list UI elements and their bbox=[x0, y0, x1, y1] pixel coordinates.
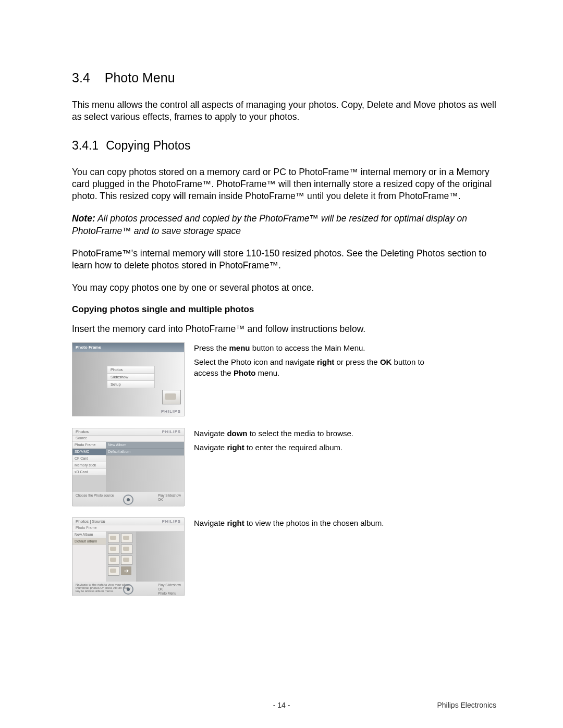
screenshot-main-menu: Photo Frame Photos Slideshow Setup PHILI… bbox=[72, 342, 185, 416]
bold-subheading: Copying photos single and multiple photo… bbox=[72, 304, 496, 315]
ui-source-item: CF Card bbox=[72, 455, 106, 462]
ui-sub: Photo Frame bbox=[72, 525, 184, 532]
section-number: 3.4 bbox=[72, 70, 90, 85]
screenshot-source-select: Photos PHILIPS Source Photo Frame SD/MMC… bbox=[72, 428, 185, 506]
subsection-number: 3.4.1 bbox=[72, 139, 99, 153]
photo-thumb-icon bbox=[108, 545, 119, 554]
brand-label: PHILIPS bbox=[162, 519, 181, 524]
photo-thumb-icon bbox=[108, 556, 119, 565]
ui-top: Photos | Source bbox=[76, 519, 105, 524]
step-3-text: Navigate right to view the photos in the… bbox=[194, 517, 434, 528]
ui-menu-item: Photos bbox=[107, 366, 155, 373]
arrow-right-icon: ➔ bbox=[121, 566, 131, 575]
section-heading: 3.4Photo Menu bbox=[72, 70, 496, 85]
ui-thumbnails: ➔ bbox=[106, 532, 136, 582]
brand-label: PHILIPS bbox=[162, 429, 181, 434]
ui-menu-item: Setup bbox=[107, 380, 155, 388]
note-label: Note: bbox=[72, 213, 95, 224]
ui-top: Photos bbox=[76, 429, 89, 434]
dpad-icon bbox=[123, 495, 133, 505]
steps-list: Photo Frame Photos Slideshow Setup PHILI… bbox=[72, 342, 496, 596]
ui-foot-right-1: Play Slideshow bbox=[158, 493, 181, 498]
screenshot-album-thumbs: Photos | Source PHILIPS Photo Frame New … bbox=[72, 517, 185, 596]
ui-menu-item: Slideshow bbox=[107, 373, 155, 380]
photo-thumb-icon bbox=[108, 566, 119, 576]
paragraph-1: You can copy photos stored on a memory c… bbox=[72, 166, 496, 202]
dpad-icon bbox=[123, 584, 133, 595]
ui-source-item-selected: SD/MMC bbox=[72, 449, 106, 455]
ui-sub: Source bbox=[72, 436, 184, 442]
ui-foot-right-2: OK bbox=[158, 498, 181, 502]
ui-album-item-selected: Default album bbox=[72, 538, 106, 545]
note-body: All photos processed and copied by the P… bbox=[72, 213, 467, 236]
photo-thumb-icon bbox=[162, 390, 181, 404]
ui-foot-right-1: Play Slideshow bbox=[158, 583, 181, 587]
ui-album-item: New Album bbox=[106, 442, 184, 449]
section-intro: This menu allows the control all aspects… bbox=[72, 99, 496, 123]
photo-thumb-icon bbox=[121, 545, 132, 554]
section-title: Photo Menu bbox=[105, 70, 175, 85]
paragraph-3: You may copy photos one by one or severa… bbox=[72, 282, 496, 294]
paragraph-4: Insert the memory card into PhotoFrame™ … bbox=[72, 323, 496, 335]
ui-album-item: New Album bbox=[72, 532, 106, 538]
step-1-text: Press the menu button to access the Main… bbox=[194, 342, 434, 378]
page-number: - 14 - bbox=[273, 701, 290, 709]
ui-source-item: Memory stick bbox=[72, 462, 106, 469]
paragraph-2: PhotoFrame™'s internal memory will store… bbox=[72, 248, 496, 272]
step-2-text: Navigate down to select the media to bro… bbox=[194, 428, 434, 453]
page-footer: - 14 - Philips Electronics bbox=[0, 701, 563, 709]
manual-page: 3.4Photo Menu This menu allows the contr… bbox=[0, 0, 563, 728]
ui-header: Photo Frame bbox=[72, 343, 184, 352]
company-name: Philips Electronics bbox=[437, 701, 496, 709]
ui-foot-left: Choose the Photo source bbox=[76, 493, 114, 497]
subsection-title: Copying Photos bbox=[106, 139, 190, 152]
photo-thumb-icon bbox=[121, 556, 132, 565]
ui-source-item: Photo Frame bbox=[72, 442, 106, 449]
photo-thumb-icon bbox=[108, 534, 119, 543]
note: Note: All photos processed and copied by… bbox=[72, 213, 496, 237]
step-1: Photo Frame Photos Slideshow Setup PHILI… bbox=[72, 342, 496, 416]
step-2: Photos PHILIPS Source Photo Frame SD/MMC… bbox=[72, 428, 496, 506]
brand-label: PHILIPS bbox=[161, 409, 181, 414]
step-3: Photos | Source PHILIPS Photo Frame New … bbox=[72, 517, 496, 596]
ui-foot-right-3: Photo Menu bbox=[158, 591, 181, 596]
photo-thumb-icon bbox=[121, 534, 132, 543]
ui-foot-right-2: OK bbox=[158, 587, 181, 591]
ui-album-item: Default album bbox=[106, 449, 184, 455]
subsection-heading: 3.4.1Copying Photos bbox=[72, 139, 496, 153]
ui-source-item: xD Card bbox=[72, 469, 106, 476]
